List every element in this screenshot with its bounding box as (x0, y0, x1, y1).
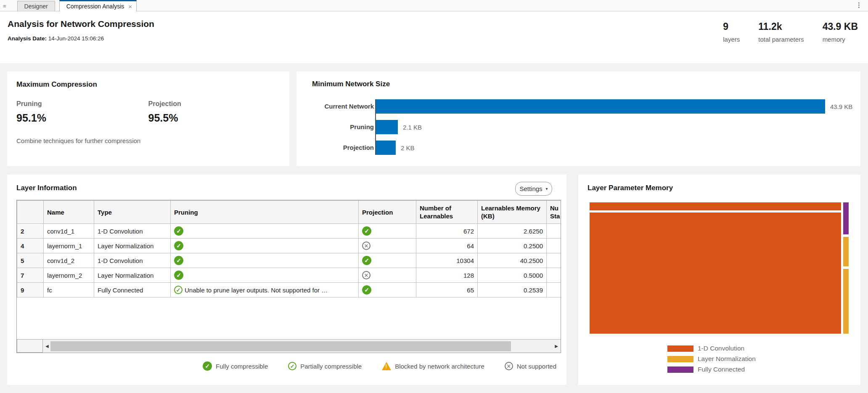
check-filled-icon: ✓ (174, 256, 183, 265)
layer-type: Layer Normalization (94, 268, 171, 283)
header-left: Analysis for Network Compression Analysi… (8, 11, 154, 63)
report-body: Maximum Compression Pruning 95.1% Projec… (0, 63, 868, 393)
legend-not-supported: ✕ Not supported (505, 361, 556, 371)
treemap-block-conv1d-1 (590, 202, 841, 210)
check-filled-icon: ✓ (174, 241, 183, 250)
memory-treemap (590, 202, 849, 334)
bar-value-current-network: 43.9 KB (830, 103, 852, 110)
legend-blocked: ! Blocked by network architecture (382, 361, 484, 371)
layer-table-viewport: Name Type Pruning Projection Number of L… (16, 200, 561, 353)
hscrollbar-thumb[interactable] (50, 341, 511, 351)
layer-parameter-memory-title: Layer Parameter Memory (587, 184, 851, 192)
report-header: Analysis for Network Compression Analysi… (0, 11, 868, 63)
legend-layer-normalization: Layer Normalization (667, 355, 851, 363)
stat-layers: 9 layers (723, 21, 740, 63)
layer-type: Layer Normalization (94, 239, 171, 253)
row-number: 2 (17, 224, 44, 239)
layer-name: layernorm_1 (44, 239, 94, 253)
combine-note: Combine techniques for further compressi… (16, 137, 280, 144)
table-row[interactable]: 9 fc Fully Connected ✓ Unable to prune l… (17, 283, 561, 297)
num-learnables: 65 (416, 283, 478, 297)
tab-compression-analysis-label: Compression Analysis (66, 3, 124, 10)
layer-information-card: Layer Information Settings ▾ Name Type (7, 175, 566, 385)
clipped-cell (547, 239, 561, 253)
close-tab-icon[interactable]: × (128, 3, 132, 10)
circle-x-icon: ✕ (505, 362, 513, 370)
tab-compression-analysis[interactable]: Compression Analysis × (59, 0, 137, 11)
clipped-cell (547, 253, 561, 268)
panel-grip-icon[interactable]: ≡ (0, 3, 8, 11)
hscrollbar[interactable]: ◀ ▶ (43, 339, 561, 353)
table-row[interactable]: 2 conv1d_1 1-D Convolution ✓ ✓ 672 2.625… (17, 224, 561, 239)
treemap-block-conv1d-2 (590, 212, 841, 334)
tab-designer[interactable]: Designer (17, 1, 55, 11)
treemap-legend: 1-D Convolution Layer Normalization Full… (667, 345, 851, 373)
projection-value: 95.5% (148, 112, 281, 124)
legend-fully-compressible: ✓ Fully compressible (203, 361, 268, 371)
stat-total-parameters-value: 11.2k (758, 21, 804, 32)
stat-memory-label: memory (823, 36, 858, 43)
check-filled-icon: ✓ (362, 256, 371, 265)
num-learnables: 672 (416, 224, 478, 239)
legend-label: Fully compressible (216, 363, 268, 370)
table-row[interactable]: 4 layernorm_1 Layer Normalization ✓ ✕ 64… (17, 239, 561, 253)
layer-information-title: Layer Information (16, 184, 557, 192)
warning-triangle-icon: ! (382, 362, 391, 370)
col-clipped: Nu Sta (547, 201, 561, 224)
col-pruning: Pruning (171, 201, 359, 224)
overflow-menu-icon[interactable]: ⋮ (856, 1, 862, 9)
summary-stats: 9 layers 11.2k total parameters 43.9 KB … (723, 11, 858, 63)
treemap-block-layernorm-2 (843, 269, 849, 334)
settings-button[interactable]: Settings ▾ (515, 182, 552, 196)
legend-swatch (667, 366, 693, 373)
clipped-cell (547, 268, 561, 283)
legend-swatch (667, 356, 693, 362)
stat-memory-value: 43.9 KB (823, 21, 858, 32)
bar-projection (376, 141, 396, 155)
analysis-date: Analysis Date: 14-Jun-2024 15:06:26 (8, 35, 154, 42)
col-rownum (17, 201, 44, 224)
pruning-label: Pruning (16, 100, 148, 108)
clipped-cell (547, 224, 561, 239)
row-number: 5 (17, 253, 44, 268)
legend-label: Blocked by network architecture (395, 363, 484, 370)
bar-value-pruning: 2.1 KB (403, 124, 422, 131)
legend-label: 1-D Convolution (698, 345, 744, 352)
layer-type: Fully Connected (94, 283, 171, 297)
layer-parameter-memory-card: Layer Parameter Memory 1-D Convolution L… (578, 175, 860, 385)
bar-category-labels: Current Network Pruning Projection (312, 99, 375, 155)
col-num-learnables: Number of Learnables (416, 201, 478, 224)
stat-total-parameters-label: total parameters (758, 36, 804, 43)
bar-plot-area: 43.9 KB 2.1 KB 2 KB (375, 99, 855, 155)
row-number: 4 (17, 239, 44, 253)
learnables-memory: 0.5000 (478, 268, 547, 283)
check-outline-icon: ✓ (174, 286, 183, 294)
check-filled-icon: ✓ (362, 285, 371, 295)
table-row[interactable]: 5 conv1d_2 1-D Convolution ✓ ✓ 10304 40.… (17, 253, 561, 268)
table-row[interactable]: 7 layernorm_2 Layer Normalization ✓ ✕ 12… (17, 268, 561, 283)
num-learnables: 128 (416, 268, 478, 283)
bar-label-current-network: Current Network (312, 99, 375, 114)
circle-x-icon: ✕ (362, 242, 370, 250)
scroll-right-icon[interactable]: ▶ (555, 340, 558, 353)
table-header-row: Name Type Pruning Projection Number of L… (17, 201, 561, 224)
min-network-size-chart: Current Network Pruning Projection 43.9 … (312, 99, 855, 155)
tab-bar: ≡ Designer Compression Analysis × ⋮ (0, 0, 868, 11)
compressibility-legend: ✓ Fully compressible ✓ Partially compres… (16, 361, 557, 371)
table-corner-cell (17, 339, 43, 353)
scroll-left-icon[interactable]: ◀ (45, 340, 49, 353)
layer-name: conv1d_1 (44, 224, 94, 239)
legend-label: Not supported (517, 363, 556, 370)
legend-label: Layer Normalization (698, 355, 756, 363)
stat-layers-value: 9 (723, 21, 740, 32)
pruning-value: 95.1% (16, 112, 148, 124)
bar-label-pruning: Pruning (312, 120, 375, 134)
col-name: Name (44, 201, 94, 224)
check-filled-icon: ✓ (362, 226, 371, 236)
circle-x-icon: ✕ (362, 271, 370, 279)
learnables-memory: 40.2500 (478, 253, 547, 268)
max-compression-projection: Projection 95.5% (148, 89, 281, 124)
legend-partially-compressible: ✓ Partially compressible (288, 361, 362, 371)
bar-pruning (376, 120, 398, 134)
clipped-cell (547, 283, 561, 297)
